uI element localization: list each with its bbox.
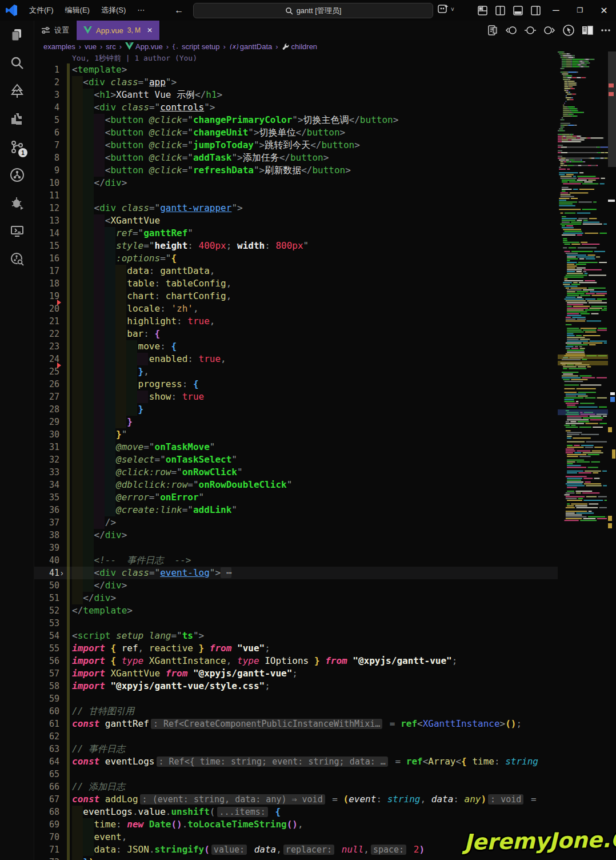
run-circle-icon[interactable] (562, 24, 575, 37)
code-line-29[interactable]: 29 } (34, 416, 558, 428)
line-number[interactable]: 9 (34, 164, 59, 177)
code-line-51[interactable]: 51 </div> (34, 592, 558, 604)
code-line-30[interactable]: 30 }" (34, 428, 558, 441)
code-line-52[interactable]: 52</template> (34, 604, 558, 617)
line-number[interactable]: 8 (34, 152, 59, 164)
code-line-25[interactable]: 25 }, (34, 365, 558, 378)
line-number[interactable]: 61 (34, 718, 59, 730)
line-number[interactable]: 2 (34, 76, 59, 89)
line-number[interactable]: 21 (34, 315, 59, 328)
code-line-1[interactable]: 1<template> (34, 63, 558, 76)
line-number[interactable]: 60 (34, 705, 59, 718)
code-line-55[interactable]: 55import { ref, reactive } from "vue"; (34, 642, 558, 655)
breadcrumb-item-src[interactable]: src (106, 42, 115, 51)
code-line-11[interactable]: 11 (34, 189, 558, 202)
menu-item-1[interactable]: 编辑(E) (59, 0, 95, 21)
line-number[interactable]: 66 (34, 781, 59, 793)
scrollbar-slider[interactable] (608, 51, 616, 167)
code-line-50[interactable]: 50 </div> (34, 579, 558, 592)
code-line-23[interactable]: 23 move: { (34, 340, 558, 353)
menu-item-2[interactable]: 选择(S) (95, 0, 131, 21)
line-number[interactable]: 53 (34, 617, 59, 630)
code-line-38[interactable]: 38 </div> (34, 529, 558, 542)
split-editor-layout-icon[interactable] (495, 6, 505, 15)
line-number[interactable]: 68 (34, 806, 59, 818)
line-number[interactable]: 16 (34, 252, 59, 265)
code-line-40[interactable]: 40 <!-- 事件日志 --> (34, 554, 558, 567)
menu-item-3[interactable]: ⋯ (131, 0, 150, 21)
line-number[interactable]: 27 (34, 391, 59, 403)
copilot-button[interactable]: ˅ (438, 4, 454, 14)
line-number[interactable]: 41 (34, 567, 59, 579)
code-line-37[interactable]: 37 /> (34, 516, 558, 529)
split-editor-icon[interactable] (582, 25, 593, 35)
breadcrumb-item-examples[interactable]: examples (43, 42, 75, 51)
prev-change-icon[interactable] (505, 25, 518, 36)
tab-设置[interactable]: 设置 (34, 21, 77, 40)
code-line-6[interactable]: 6 <button @click="changeUnit">切换单位</butt… (34, 126, 558, 139)
line-number[interactable]: 40 (34, 554, 59, 567)
line-number[interactable]: 22 (34, 328, 59, 340)
line-number[interactable]: 54 (34, 630, 59, 642)
line-number[interactable]: 13 (34, 214, 59, 227)
customize-layout-icon[interactable] (478, 6, 487, 15)
line-number[interactable]: 25 (34, 365, 59, 378)
line-number[interactable]: 26 (34, 378, 59, 391)
code-line-26[interactable]: 26 progress: { (34, 378, 558, 391)
code-line-19[interactable]: 19 chart: chartConfig, (34, 290, 558, 302)
line-number[interactable]: 65 (34, 768, 59, 781)
code-line-39[interactable]: 39 (34, 542, 558, 554)
code-line-7[interactable]: 7 <button @click="jumpToToday">跳转到今天</bu… (34, 139, 558, 152)
line-number[interactable]: 55 (34, 642, 59, 655)
code-line-20[interactable]: 20 locale: 'zh', (34, 302, 558, 315)
tab-App.vue[interactable]: App.vue3, M✕ (77, 21, 160, 40)
code-line-31[interactable]: 31 @move="onTaskMove" (34, 441, 558, 453)
line-number[interactable]: 56 (34, 655, 59, 667)
preview-icon[interactable] (487, 25, 498, 36)
code-line-3[interactable]: 3 <h1>XGantt Vue 示例</h1> (34, 89, 558, 101)
line-number[interactable]: 35 (34, 491, 59, 504)
remote-monitor-icon[interactable] (0, 217, 34, 245)
line-number[interactable]: 39 (34, 542, 59, 554)
source-control-icon[interactable]: 1 (0, 133, 34, 161)
code-line-66[interactable]: 66// 添加日志 (34, 781, 558, 793)
line-number[interactable]: 14 (34, 227, 59, 240)
breadcrumb-item-vue[interactable]: vue (85, 42, 97, 51)
line-number[interactable]: 71 (34, 843, 59, 856)
line-number[interactable]: 4 (34, 101, 59, 114)
breadcrumb-item-script setup[interactable]: {..}script setup (172, 42, 219, 51)
toggle-secondary-sidebar-icon[interactable] (531, 6, 541, 15)
line-number[interactable]: 50 (34, 579, 59, 592)
code-line-24[interactable]: 24 enabled: true, (34, 353, 558, 365)
line-number[interactable]: 51 (34, 592, 59, 604)
code-line-33[interactable]: 33 @click:row="onRowClick" (34, 466, 558, 479)
code-line-14[interactable]: 14 ref="ganttRef" (34, 227, 558, 240)
code-line-15[interactable]: 15 style="height: 400px; width: 800px" (34, 240, 558, 252)
line-number[interactable]: 64 (34, 755, 59, 768)
close-button[interactable]: ✕ (592, 0, 616, 21)
line-number[interactable]: 31 (34, 441, 59, 453)
line-number[interactable]: 52 (34, 604, 59, 617)
code-line-58[interactable]: 58import "@xpyjs/gantt-vue/style.css"; (34, 680, 558, 692)
graph-search-icon[interactable] (0, 245, 34, 273)
line-number[interactable]: 62 (34, 730, 59, 743)
line-number[interactable]: 69 (34, 818, 59, 831)
search-icon[interactable] (0, 49, 34, 77)
code-line-68[interactable]: 68 eventLogs.value.unshift(...items: { (34, 806, 558, 818)
restore-button[interactable]: ❐ (568, 0, 592, 21)
line-number[interactable]: 20 (34, 302, 59, 315)
code-line-35[interactable]: 35 @error="onError" (34, 491, 558, 504)
line-number[interactable]: 67 (34, 793, 59, 806)
toggle-panel-icon[interactable] (513, 6, 523, 15)
code-line-34[interactable]: 34 @dblclick:row="onRowDoubleClick" (34, 479, 558, 491)
line-number[interactable]: 28 (34, 403, 59, 416)
line-number[interactable]: 6 (34, 126, 59, 139)
code-line-21[interactable]: 21 highlight: true, (34, 315, 558, 328)
line-number[interactable]: 1 (34, 63, 59, 76)
code-line-36[interactable]: 36 @create:link="addLink" (34, 504, 558, 516)
line-number[interactable]: 3 (34, 89, 59, 101)
line-number[interactable]: 37 (34, 516, 59, 529)
code-line-63[interactable]: 63// 事件日志 (34, 743, 558, 755)
line-number[interactable]: 19 (34, 290, 59, 302)
line-number[interactable]: 7 (34, 139, 59, 152)
